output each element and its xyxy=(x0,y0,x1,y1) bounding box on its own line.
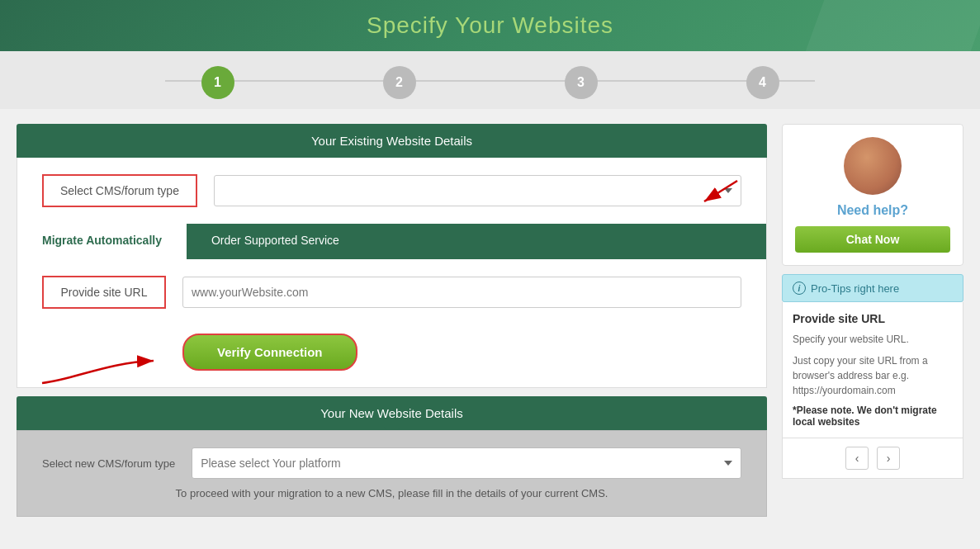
tips-warning: *Please note. We don't migrate local web… xyxy=(793,405,953,428)
existing-section-body: Select CMS/forum type xyxy=(17,158,767,388)
url-label: Provide site URL xyxy=(42,276,166,309)
arrow-annotation-verify xyxy=(26,338,174,387)
chat-now-button[interactable]: Chat Now xyxy=(795,226,950,253)
pro-tips-bar: i Pro-Tips right here xyxy=(782,274,963,302)
cms-select[interactable] xyxy=(214,175,741,206)
step-3[interactable]: 3 xyxy=(490,66,672,99)
need-help-text: Need help? xyxy=(837,203,908,218)
tab-migrate[interactable]: Migrate Automatically xyxy=(17,224,187,259)
step-2[interactable]: 2 xyxy=(309,66,490,99)
avatar-face xyxy=(844,137,902,195)
prev-arrow-button[interactable]: ‹ xyxy=(845,447,869,470)
step-circle-4[interactable]: 4 xyxy=(746,66,779,99)
cms-label: Select CMS/forum type xyxy=(42,174,197,207)
proceed-text: To proceed with your migration to a new … xyxy=(42,487,741,499)
new-cms-row: Select new CMS/forum type Please select … xyxy=(42,447,741,479)
pro-tips-label: Pro-Tips right here xyxy=(811,282,899,295)
step-circle-2[interactable]: 2 xyxy=(383,66,416,99)
main-content: Your Existing Website Details Select CMS… xyxy=(0,109,980,532)
cms-row-container: Select CMS/forum type xyxy=(17,158,766,224)
verify-connection-button[interactable]: Verify Connection xyxy=(182,334,357,371)
tabs-bar: Migrate Automatically Order Supported Se… xyxy=(17,224,766,259)
cms-row: Select CMS/forum type xyxy=(17,158,766,224)
existing-section-header: Your Existing Website Details xyxy=(17,124,767,158)
tips-body-1: Specify your website URL. xyxy=(793,332,953,347)
step-circle-3[interactable]: 3 xyxy=(565,66,598,99)
step-1[interactable]: 1 xyxy=(127,66,309,99)
verify-row: Verify Connection xyxy=(17,325,766,387)
tips-content: Provide site URL Specify your website UR… xyxy=(782,302,963,438)
page-title: Specify Your Websites xyxy=(367,12,613,39)
new-cms-label: Select new CMS/forum type xyxy=(42,457,175,470)
new-section-body: Select new CMS/forum type Please select … xyxy=(17,430,767,517)
next-arrow-button[interactable]: › xyxy=(877,447,900,470)
new-cms-select[interactable]: Please select Your platform xyxy=(192,447,741,479)
step-4[interactable]: 4 xyxy=(672,66,854,99)
tips-title: Provide site URL xyxy=(793,312,953,325)
right-panel: Need help? Chat Now i Pro-Tips right her… xyxy=(782,124,963,517)
tips-body-2: Just copy your site URL from a browser's… xyxy=(793,353,953,398)
new-section-header: Your New Website Details xyxy=(17,396,767,430)
left-panel: Your Existing Website Details Select CMS… xyxy=(17,124,767,517)
new-website-section: Your New Website Details Select new CMS/… xyxy=(17,396,767,517)
step-circle-1[interactable]: 1 xyxy=(201,66,234,99)
avatar xyxy=(844,137,902,195)
stepper: 1 2 3 4 xyxy=(0,51,980,109)
url-input[interactable] xyxy=(182,277,741,308)
nav-arrows: ‹ › xyxy=(782,438,963,479)
tab-order[interactable]: Order Supported Service xyxy=(187,224,364,259)
info-icon: i xyxy=(793,282,806,295)
pro-tips-section: i Pro-Tips right here Provide site URL S… xyxy=(782,274,963,479)
help-card: Need help? Chat Now xyxy=(782,124,963,266)
url-row: Provide site URL xyxy=(17,259,766,325)
page-header: Specify Your Websites xyxy=(0,0,980,51)
existing-website-section: Your Existing Website Details Select CMS… xyxy=(17,124,767,388)
arrow-annotation-cms xyxy=(679,173,746,214)
